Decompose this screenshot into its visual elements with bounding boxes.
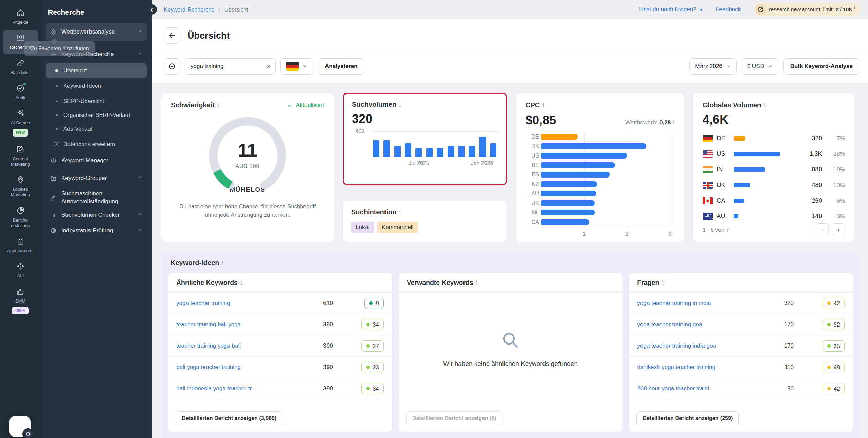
trend-bar <box>437 148 443 157</box>
kd-dot-icon <box>366 344 370 348</box>
rail-item-smm[interactable]: SMM -20% <box>3 284 38 318</box>
country-percent: 3% <box>826 213 845 220</box>
cpc-row: ES <box>526 171 674 178</box>
caret-down-icon <box>699 9 703 11</box>
pagination-next-button[interactable]: › <box>832 223 845 236</box>
kd-badge: 27 <box>361 340 383 352</box>
keyword-row: teacher training yoga bali39027 <box>168 335 392 357</box>
edit-square-icon <box>16 145 25 154</box>
germany-flag-icon <box>286 62 299 71</box>
help-widget[interactable]: ⚙ <box>9 416 31 437</box>
keyword-volume: 610 <box>314 300 333 307</box>
date-select-value: März 2026 <box>695 63 722 70</box>
keyword-link[interactable]: yoga teacher training in india <box>637 300 771 307</box>
analyze-button[interactable]: Analysieren <box>318 58 364 75</box>
trend-bar <box>415 148 422 157</box>
keyword-link[interactable]: bali yoga teacher training <box>176 364 310 371</box>
sidebar-title: Recherche <box>46 3 147 23</box>
cpc-bar <box>541 181 597 187</box>
back-button[interactable] <box>164 27 180 44</box>
sidebar-item-label: SERP-Übersicht <box>63 98 104 104</box>
rail-item-berichterstellung[interactable]: Bericht-erstellung <box>3 203 38 232</box>
volume-trend-chart: 600 <box>372 131 498 157</box>
rail-item-content-marketing[interactable]: Content Marketing <box>3 141 38 171</box>
rail-item-backlinks[interactable]: Backlinks <box>3 55 38 79</box>
add-keyword-button[interactable] <box>164 58 180 75</box>
target-icon <box>50 28 57 36</box>
cpc-country-label: BE <box>526 162 539 168</box>
competition-label: Wettbewerb: <box>625 119 657 126</box>
bulk-analysis-button[interactable]: Bulk Keyword-Analyse <box>783 58 860 75</box>
country-percent: 6% <box>826 197 845 204</box>
rail-item-agenturpaket[interactable]: Agenturpaket <box>3 233 38 257</box>
sidebar-subitem-uebersicht[interactable]: Übersicht <box>46 63 147 78</box>
questions-dropdown[interactable]: Hast du noch Fragen? <box>639 6 703 13</box>
global-volume-card: Globales Volumen i 4,6K DE3207%US1,3K28%… <box>693 93 855 242</box>
questions-report-button[interactable]: Detaillierten Bericht anzeigen (259) <box>636 411 739 425</box>
country-code: US <box>717 150 730 158</box>
trend-bar <box>383 140 390 157</box>
sidebar-item-suchmaschinen-autovervollstaendigung[interactable]: Suchmaschinen-Autovervollständigung <box>46 187 147 208</box>
sidebar-collapse-button[interactable]: ❮ <box>147 4 157 15</box>
info-icon: i <box>476 279 478 286</box>
sidebar-item-suchvolumen-checker[interactable]: Suchvolumen-Checker <box>46 208 147 222</box>
account-limit-value: 2 / 10K <box>835 6 852 13</box>
breadcrumb-keyword-recherche[interactable]: Keyword-Recherche <box>164 6 214 13</box>
cpc-country-label: NL <box>526 209 539 216</box>
country-volume: 880 <box>800 166 822 173</box>
cpc-country-label: AU <box>526 190 539 197</box>
keyword-link[interactable]: yoga teacher training <box>176 300 310 307</box>
similar-report-button[interactable]: Detaillierten Bericht anzeigen (3,969) <box>176 411 282 425</box>
favorites-tooltip: Zu Favoriten hinzufügen <box>24 41 95 56</box>
sidebar-item-wettbewerbsanalyse[interactable]: Wettbewerbsanalyse <box>46 23 147 41</box>
cpc-axis-ticks: 123 <box>541 227 672 233</box>
sidebar-subitem-serp-uebersicht[interactable]: SERP-Übersicht <box>46 93 147 109</box>
rail-item-audit[interactable]: Audit <box>3 80 38 104</box>
global-volume-row: AU1403% <box>703 209 845 223</box>
kd-dot-icon <box>366 323 370 326</box>
currency-select[interactable]: $ USD <box>742 58 778 75</box>
sidebar-item-label: Übersicht <box>63 67 87 74</box>
cpc-value: $0,85 <box>526 113 556 127</box>
keyword-link[interactable]: bali indonesia yoga teacher tr... <box>176 385 310 392</box>
sidebar-item-label: Datenbank erweitern <box>63 141 115 147</box>
rail-item-ai-search[interactable]: AI Search New <box>3 105 38 140</box>
gear-icon[interactable]: ⚙ <box>22 428 34 438</box>
sidebar-subitem-organischer-serp[interactable]: Organischer SERP-Verlauf <box>46 109 147 121</box>
rail-item-api[interactable]: API <box>3 258 38 282</box>
sidebar-item-keyword-grouper[interactable]: Keyword-Grouper <box>46 169 147 187</box>
keyword-link[interactable]: teacher training yoga bali <box>176 342 310 349</box>
keyword-link[interactable]: yoga teacher training india goa <box>637 342 771 349</box>
rail-item-label: Backlinks <box>11 70 30 76</box>
date-select[interactable]: März 2026 <box>689 58 736 75</box>
new-badge: New <box>13 129 28 136</box>
global-volume-bar <box>734 152 780 156</box>
keyword-volume: 90 <box>775 385 794 392</box>
country-volume: 1,3K <box>800 150 822 158</box>
country-select[interactable] <box>280 58 313 75</box>
keyword-link[interactable]: yoga teacher training goa <box>637 321 771 328</box>
cpc-axis-tick: 1 <box>583 231 586 237</box>
similar-keywords-card: Ähnliche Keywords i yoga teacher trainin… <box>168 273 392 432</box>
sidebar-item-keyword-manager[interactable]: Keyword-Manager <box>46 152 147 169</box>
info-icon: i <box>222 260 223 266</box>
keyword-link[interactable]: rishikesh yoga teacher training <box>637 364 771 371</box>
search-icon <box>500 330 521 351</box>
global-volume-bar <box>734 199 744 203</box>
keyword-link[interactable]: teacher training bali yoga <box>176 321 310 328</box>
trend-bar <box>490 143 496 157</box>
rail-item-lokales-marketing[interactable]: Lokales Marketing <box>3 172 38 201</box>
keyword-row: bali indonesia yoga teacher tr...39034 <box>168 378 392 399</box>
trend-bar <box>479 137 486 157</box>
clear-input-icon[interactable]: ✕ <box>267 63 271 70</box>
keyword-link[interactable]: 200 hour yoga teacher traini... <box>637 385 771 392</box>
rail-item-label: Content Marketing <box>3 156 37 167</box>
keyword-input[interactable] <box>185 58 276 75</box>
cpc-row: DE <box>526 133 674 140</box>
sidebar-item-indexstatus-pruefung[interactable]: Indexstatus-Prüfung <box>46 222 147 239</box>
sidebar-subitem-keyword-ideen[interactable]: Keyword-Ideen <box>46 78 147 93</box>
feedback-link[interactable]: Feedback <box>716 6 741 13</box>
sidebar-subitem-datenbank-erweitern[interactable]: Datenbank erweitern <box>46 137 147 152</box>
rail-item-projekte[interactable]: Projekte <box>3 5 38 28</box>
sidebar-subitem-ads-verlauf[interactable]: Ads-Verlauf <box>46 121 147 137</box>
